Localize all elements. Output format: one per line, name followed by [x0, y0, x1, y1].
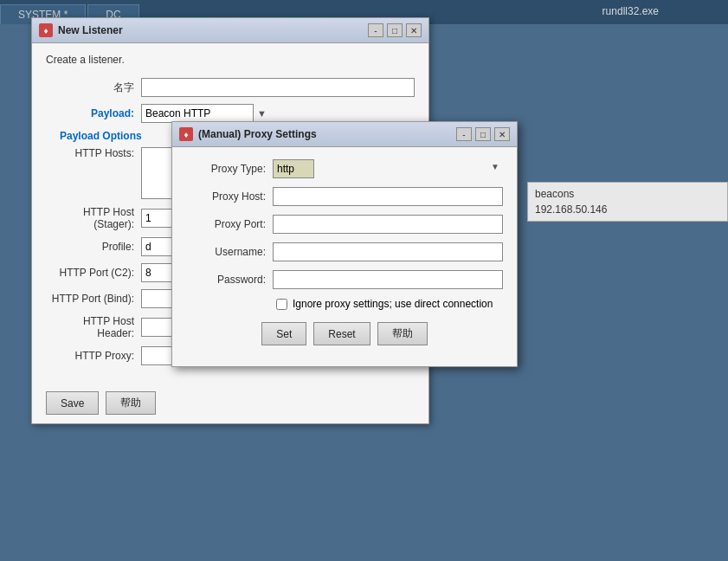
- payload-more: ▼: [257, 108, 267, 119]
- http-host-stager-label: HTTP Host (Stager):: [46, 206, 141, 230]
- listener-close-btn[interactable]: ✕: [406, 23, 422, 37]
- proxy-set-btn[interactable]: Set: [261, 322, 306, 345]
- listener-minimize-btn[interactable]: -: [368, 23, 383, 37]
- beacons-header: beacons: [532, 186, 724, 202]
- ignore-proxy-checkbox[interactable]: [276, 299, 287, 310]
- proxy-dialog-body: Proxy Type: http https socks4 socks5 Pro…: [172, 147, 517, 366]
- beacons-panel: beacons 192.168.50.146: [527, 182, 728, 222]
- proxy-minimize-btn[interactable]: -: [456, 127, 472, 141]
- username-row: Username:: [186, 242, 503, 261]
- http-hosts-label: HTTP Hosts:: [46, 147, 141, 159]
- payload-input[interactable]: [141, 104, 254, 123]
- http-proxy-label: HTTP Proxy:: [46, 350, 141, 362]
- payload-row: Payload: ▼: [46, 104, 415, 123]
- listener-bottom-buttons: Save 帮助: [32, 383, 428, 423]
- ignore-proxy-label: Ignore proxy settings; use direct connec…: [293, 298, 493, 310]
- create-label: Create a listener.: [46, 54, 415, 66]
- proxy-maximize-btn[interactable]: □: [475, 127, 491, 141]
- listener-icon: ♦: [39, 23, 53, 37]
- http-host-header-label: HTTP Host Header:: [46, 315, 141, 339]
- name-label: 名字: [46, 81, 141, 95]
- password-label: Password:: [186, 274, 273, 286]
- password-row: Password:: [186, 270, 503, 289]
- proxy-dialog-buttons: Set Reset 帮助: [186, 322, 503, 354]
- proxy-title-text: (Manual) Proxy Settings: [198, 128, 456, 140]
- proxy-dialog: ♦ (Manual) Proxy Settings - □ ✕ Proxy Ty…: [171, 121, 518, 367]
- proxy-window-controls: - □ ✕: [456, 127, 510, 141]
- proxy-port-label: Proxy Port:: [186, 218, 273, 230]
- proxy-close-btn[interactable]: ✕: [494, 127, 510, 141]
- proxy-title-bar: ♦ (Manual) Proxy Settings - □ ✕: [172, 122, 517, 147]
- listener-window-controls: - □ ✕: [368, 23, 422, 37]
- proxy-type-select[interactable]: http https socks4 socks5: [273, 159, 314, 178]
- password-input[interactable]: [273, 270, 503, 289]
- profile-label: Profile:: [46, 241, 141, 253]
- listener-help-button[interactable]: 帮助: [106, 391, 156, 415]
- payload-label: Payload:: [46, 107, 141, 119]
- proxy-host-input[interactable]: [273, 187, 503, 206]
- proxy-type-row: Proxy Type: http https socks4 socks5: [186, 159, 503, 178]
- proxy-port-row: Proxy Port:: [186, 215, 503, 234]
- ignore-proxy-row: Ignore proxy settings; use direct connec…: [276, 298, 503, 310]
- proxy-icon: ♦: [179, 127, 193, 141]
- beacons-ip: 192.168.50.146: [532, 202, 724, 217]
- listener-title-bar: ♦ New Listener - □ ✕: [32, 18, 428, 43]
- top-right-label: rundll32.exe: [602, 5, 659, 17]
- save-button[interactable]: Save: [46, 391, 99, 415]
- username-input[interactable]: [273, 242, 503, 261]
- proxy-host-row: Proxy Host:: [186, 187, 503, 206]
- proxy-reset-btn[interactable]: Reset: [313, 322, 370, 345]
- listener-maximize-btn[interactable]: □: [387, 23, 403, 37]
- http-port-c2-label: HTTP Port (C2):: [46, 267, 141, 279]
- proxy-type-label: Proxy Type:: [186, 163, 273, 175]
- name-row: 名字: [46, 78, 415, 97]
- username-label: Username:: [186, 246, 273, 258]
- proxy-host-label: Proxy Host:: [186, 190, 273, 203]
- http-port-bind-label: HTTP Port (Bind):: [46, 293, 141, 305]
- name-input[interactable]: [141, 78, 415, 97]
- listener-title-text: New Listener: [58, 24, 368, 36]
- proxy-help-btn[interactable]: 帮助: [377, 322, 428, 345]
- proxy-port-input[interactable]: [273, 215, 503, 234]
- proxy-type-select-wrapper: http https socks4 socks5: [273, 159, 503, 178]
